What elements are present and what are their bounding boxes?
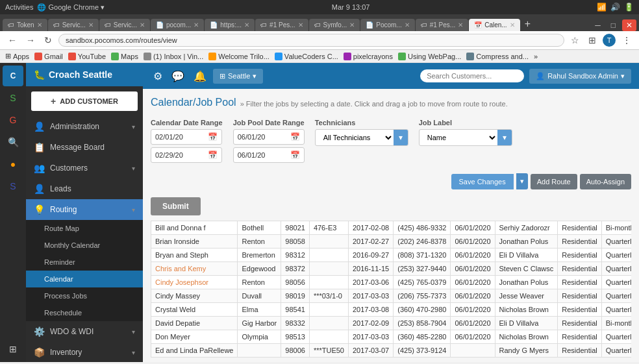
tab-token[interactable]: 🏷 Token ✕: [3, 19, 47, 31]
bookmark-compress[interactable]: Compress and...: [466, 53, 529, 60]
admin-chevron-icon: ▾: [621, 72, 625, 80]
job-date-cell: 06/01/2020: [451, 317, 495, 330]
tab-settings-icon[interactable]: ⊞: [586, 34, 599, 47]
search-input[interactable]: [420, 69, 524, 82]
bookmark-youtube[interactable]: YouTube: [68, 53, 106, 60]
gear-icon[interactable]: ⚙: [151, 67, 165, 85]
phone-cell: (253) 858-7904: [394, 317, 451, 330]
bookmark-welcome[interactable]: Welcome Trilo...: [208, 53, 269, 60]
sidebar-icon-4[interactable]: ●: [3, 154, 23, 175]
new-tab-button[interactable]: +: [521, 17, 534, 31]
sidebar-item-inventory[interactable]: 📦 Inventory ▾: [26, 342, 143, 362]
job-pool-end-date[interactable]: 06/01/20 📅: [233, 147, 305, 163]
subnav-route-map[interactable]: Route Map: [26, 220, 143, 237]
logo-icon: 🐛: [34, 69, 45, 80]
bookmark-webpag[interactable]: Using WebPag...: [398, 53, 461, 60]
tab-pes2[interactable]: 🏷 #1 Pes... ✕: [416, 19, 468, 31]
tab-favicon: 🏷: [421, 21, 427, 29]
bookmark-valuecoders[interactable]: ValueCoders C...: [275, 53, 338, 60]
bookmark-button[interactable]: ☆: [568, 34, 582, 47]
sidebar-item-wdo-wdi[interactable]: ⚙️ WDO & WDI ▾: [26, 321, 143, 342]
sidebar-item-leads[interactable]: 👤 Leads: [26, 178, 143, 199]
tab-pocom[interactable]: 📄 pocom... ✕: [151, 19, 204, 31]
type-cell: Residential: [558, 276, 601, 289]
tab-close-servic2[interactable]: ✕: [140, 21, 145, 29]
activities-label[interactable]: Activities: [5, 3, 33, 11]
back-button[interactable]: ←: [5, 34, 19, 47]
tab-close-pocom2[interactable]: ✕: [405, 21, 410, 29]
chat-icon[interactable]: 💬: [169, 67, 187, 85]
forward-button[interactable]: →: [23, 34, 38, 47]
auto-assign-button[interactable]: Auto-Assign: [580, 174, 631, 189]
tab-close-symfo[interactable]: ✕: [349, 21, 355, 29]
job-pool-start-date[interactable]: 06/01/20 📅: [233, 129, 305, 145]
subnav-calendar[interactable]: Calendar: [26, 271, 143, 287]
tab-close-token[interactable]: ✕: [37, 21, 42, 29]
sidebar-icon-2[interactable]: G: [3, 110, 23, 130]
submit-button[interactable]: Submit: [151, 197, 201, 215]
tab-close-pes1[interactable]: ✕: [298, 21, 303, 29]
url-bar[interactable]: sandbox.pocomos.com/routes/view: [58, 34, 564, 47]
refresh-button[interactable]: ↻: [42, 34, 55, 47]
date-cell: 2017-02-09: [348, 317, 393, 330]
tab-pes1[interactable]: 🏷 #1 Pes... ✕: [255, 19, 308, 31]
user-icon: 👤: [536, 72, 545, 80]
tab-https[interactable]: 📄 https:... ✕: [205, 19, 255, 31]
sidebar-item-customers[interactable]: 👥 Customers ▾: [26, 158, 143, 178]
tab-close-servic1[interactable]: ✕: [88, 21, 94, 29]
tab-calendar[interactable]: 📅 Calen... ✕: [469, 19, 520, 31]
bookmark-gmail[interactable]: Gmail: [34, 53, 63, 60]
code-cell: [309, 330, 348, 344]
seattle-button[interactable]: ⊞ Seattle ▾: [213, 69, 263, 84]
technician-cell: Steven C Clawsc: [495, 262, 558, 276]
browser-label[interactable]: 🌐 Google Chrome ▾: [37, 3, 105, 12]
profile-icon[interactable]: T: [603, 34, 616, 47]
sidebar-icon-5[interactable]: S: [3, 176, 23, 197]
sidebar-icon-6[interactable]: ⊞: [3, 339, 23, 359]
more-options-button[interactable]: ⋮: [620, 34, 634, 47]
customer-cell[interactable]: Cindy Josephsor: [151, 276, 238, 289]
save-changes-dropdown[interactable]: ▾: [516, 173, 528, 189]
minimize-button[interactable]: ─: [591, 19, 605, 31]
more-bookmarks-button[interactable]: »: [534, 53, 538, 60]
sidebar-icon-3[interactable]: 🔍: [3, 132, 23, 152]
subnav-reminder[interactable]: Reminder: [26, 254, 143, 271]
zip-cell: 98513: [281, 330, 310, 344]
job-date-cell: 06/01/2020: [451, 221, 495, 235]
sidebar-item-message-board[interactable]: 📋 Message Board: [26, 137, 143, 158]
job-label-dropdown-button[interactable]: ▾: [497, 130, 512, 145]
maximize-button[interactable]: □: [607, 19, 620, 31]
add-route-button[interactable]: Add Route: [531, 174, 577, 189]
tab-close-https[interactable]: ✕: [244, 21, 249, 29]
calendar-start-date[interactable]: 02/01/20 📅: [151, 129, 222, 145]
job-label-select[interactable]: Name: [420, 130, 497, 145]
subnav-process-jobs[interactable]: Process Jobs: [26, 287, 143, 304]
bookmark-maps[interactable]: Maps: [111, 53, 138, 60]
title-bar: Activities 🌐 Google Chrome ▾ Mar 9 13:07…: [0, 0, 639, 14]
subnav-monthly-calendar[interactable]: Monthly Calendar: [26, 237, 143, 254]
tab-pocom2[interactable]: 📄 Pocom... ✕: [360, 19, 414, 31]
tab-servic1[interactable]: 🏷 Servic... ✕: [48, 19, 99, 31]
tab-close-pes2[interactable]: ✕: [458, 21, 463, 29]
technicians-dropdown-button[interactable]: ▾: [394, 130, 408, 145]
bookmark-apps[interactable]: ⊞ Apps: [5, 52, 29, 60]
sidebar-item-routing[interactable]: 💡 Routing ▾: [26, 199, 143, 220]
close-button[interactable]: ✕: [622, 19, 636, 31]
bookmark-pixelcrayons[interactable]: pixelcrayons: [344, 53, 393, 60]
calendar-end-date[interactable]: 02/29/20 📅: [151, 147, 222, 163]
admin-button[interactable]: 👤 Rahul Sandbox Admin ▾: [529, 69, 631, 84]
tab-symfo[interactable]: 🏷 Symfo... ✕: [309, 19, 360, 31]
bookmark-inbox[interactable]: (1) Inbox | Vin...: [144, 53, 203, 60]
job-date-cell: 06/01/2020: [451, 235, 495, 249]
technicians-select[interactable]: All Technicians: [316, 130, 394, 145]
sidebar-item-administration[interactable]: 👤 Administration ▾: [26, 116, 143, 137]
bell-icon[interactable]: 🔔: [191, 67, 209, 85]
customer-cell[interactable]: Chris and Kemy: [151, 262, 238, 276]
sidebar-icon-1[interactable]: S: [3, 88, 23, 108]
tab-servic2[interactable]: 🏷 Servic... ✕: [99, 19, 150, 31]
save-changes-button[interactable]: Save Changes: [451, 174, 514, 189]
tab-close-calendar[interactable]: ✕: [510, 21, 515, 29]
subnav-reschedule[interactable]: Reschedule: [26, 304, 143, 321]
tab-close-pocom[interactable]: ✕: [194, 21, 199, 29]
add-customer-button[interactable]: + ADD CUSTOMER: [31, 91, 138, 111]
